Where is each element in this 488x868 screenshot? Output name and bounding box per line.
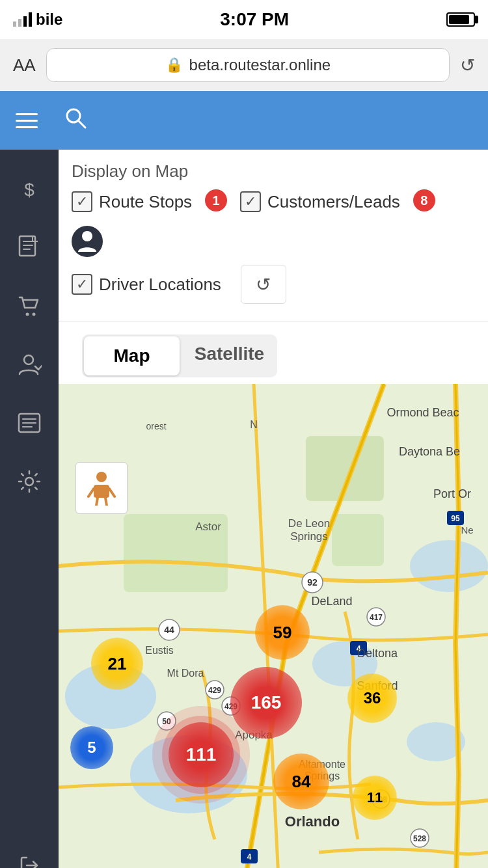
svg-text:N: N [250,419,258,430]
svg-line-66 [105,498,107,506]
svg-text:95: 95 [451,514,460,523]
svg-rect-62 [94,485,109,498]
content-panel: Display on Map ✓ Route Stops 1 ✓ Custome… [59,150,488,868]
svg-text:DeLand: DeLand [311,595,352,608]
driver-location-pin [75,462,128,514]
svg-text:92: 92 [307,577,318,588]
sidebar-item-documents[interactable] [0,221,59,273]
sidebar-item-orders[interactable] [0,280,59,332]
sidebar: $ [0,150,59,868]
refresh-map-button[interactable]: ↺ [241,265,286,304]
route-stops-checkbox[interactable]: ✓ [72,191,92,212]
cluster-59[interactable]: 59 [255,605,310,660]
main-layout: $ [0,150,488,868]
svg-text:44: 44 [164,625,174,635]
svg-text:4: 4 [247,852,252,861]
battery-icon [446,12,475,27]
cluster-5[interactable]: 5 [70,726,113,769]
url-bar[interactable]: 🔒 beta.routestar.online [46,48,450,82]
cluster-111-container: 111 [152,706,250,804]
svg-point-9 [82,231,92,241]
svg-text:Astor: Astor [195,521,221,533]
satellite-view-button[interactable]: Satellite [182,334,277,373]
svg-line-63 [88,489,94,496]
font-size-control[interactable]: AA [13,55,36,75]
svg-point-61 [96,472,107,482]
cluster-21[interactable]: 21 [91,638,143,690]
svg-line-64 [109,489,115,496]
controls-row-1: ✓ Route Stops 1 ✓ Customers/Leads 8 [72,191,475,257]
svg-text:Ne: Ne [461,524,473,536]
carrier-label: bile [36,10,62,29]
status-bar: bile 3:07 PM [0,0,488,39]
sidebar-item-settings[interactable] [0,455,59,508]
customers-label: Customers/Leads [267,192,400,212]
hamburger-menu[interactable] [16,113,38,128]
driver-locations-checkbox[interactable]: ✓ [72,274,92,295]
signal-strength [13,12,32,27]
svg-rect-18 [332,514,384,566]
user-avatar[interactable] [72,226,103,257]
svg-text:Springs: Springs [290,530,328,543]
sidebar-item-billing[interactable]: $ [0,163,59,215]
sidebar-item-customers[interactable] [0,338,59,390]
svg-text:Orlando: Orlando [285,813,340,830]
driver-locations-label: Driver Locations [99,275,221,295]
svg-text:Daytona Be: Daytona Be [399,445,460,458]
svg-text:$: $ [24,180,34,200]
svg-text:528: 528 [413,834,426,843]
svg-text:De Leon: De Leon [288,517,330,530]
url-text: beta.routestar.online [189,56,331,74]
app-header [0,91,488,150]
driver-locations-control[interactable]: ✓ Driver Locations [72,274,221,295]
svg-text:Ormond Beac: Ormond Beac [386,406,459,419]
lock-icon: 🔒 [165,57,183,74]
controls-row-2: ✓ Driver Locations ↺ [72,265,475,304]
search-button[interactable] [64,106,87,135]
status-time: 3:07 PM [220,9,289,30]
svg-text:417: 417 [370,613,383,622]
cluster-36[interactable]: 36 [347,673,397,723]
address-bar: AA 🔒 beta.routestar.online ↺ [0,39,488,91]
route-stops-label: Route Stops [99,192,192,212]
svg-text:Eustis: Eustis [145,645,174,656]
map-view-button[interactable]: Map [84,336,180,375]
display-on-map-title: Display on Map [72,161,475,182]
refresh-page-icon[interactable]: ↺ [460,55,475,76]
customers-control[interactable]: ✓ Customers/Leads [240,191,400,212]
svg-text:Port Or: Port Or [433,487,471,500]
map-toggle-container: Map Satellite [59,321,488,384]
svg-point-14 [410,540,488,592]
route-stops-badge: 1 [205,189,227,211]
cluster-111[interactable]: 111 [169,722,234,787]
svg-text:429: 429 [208,686,221,695]
customers-checkbox[interactable]: ✓ [240,191,261,212]
cluster-84[interactable]: 84 [273,753,329,809]
route-stops-control[interactable]: ✓ Route Stops [72,191,192,212]
map-area: 92 4 44 429 429 417 50 [59,384,488,868]
svg-point-4 [26,313,29,316]
svg-text:orest: orest [146,421,166,431]
svg-text:Deltona: Deltona [357,647,398,660]
sidebar-item-list[interactable] [0,397,59,449]
svg-point-5 [33,313,36,316]
svg-line-1 [78,120,85,128]
svg-text:Mt Dora: Mt Dora [167,668,204,679]
svg-point-8 [25,478,33,485]
cluster-11[interactable]: 11 [353,776,397,820]
svg-point-6 [24,355,33,364]
customers-badge: 8 [413,189,435,211]
svg-line-65 [96,498,98,506]
map-controls: Display on Map ✓ Route Stops 1 ✓ Custome… [59,150,488,321]
sidebar-item-logout[interactable] [0,839,59,868]
map-satellite-toggle: Map Satellite [82,334,277,377]
